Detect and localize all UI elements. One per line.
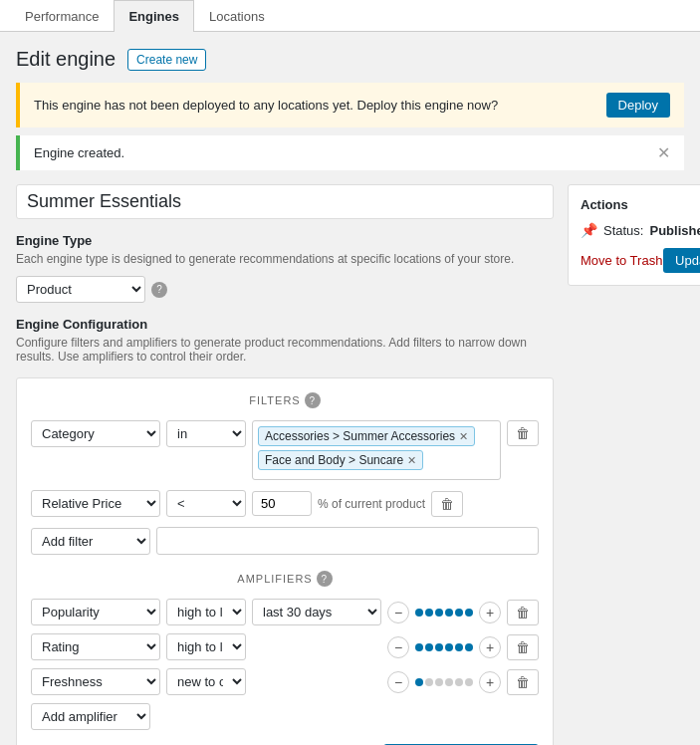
amplifier-row-1: Popularity high to low last 30 days −	[31, 599, 539, 625]
amp1-dot-3	[435, 609, 443, 617]
editor-main: Engine Type Each engine type is designed…	[16, 184, 554, 745]
filter1-field-select[interactable]: Category	[31, 420, 160, 447]
amp1-dot-2	[425, 609, 433, 617]
amp1-field-select[interactable]: Popularity	[31, 599, 160, 625]
filters-label: FILTERS	[249, 394, 300, 406]
amp1-dot-4	[445, 609, 453, 617]
engine-type-help-icon[interactable]: ?	[151, 282, 167, 298]
engine-type-select[interactable]: Product Cart Order	[16, 276, 145, 303]
amp1-period-select[interactable]: last 30 days	[252, 599, 381, 625]
move-to-trash-link[interactable]: Move to Trash	[581, 253, 662, 268]
amp3-dot-3	[435, 678, 443, 686]
amplifiers-section: AMPLIFIERS ? Popularity high to low	[31, 571, 539, 730]
amp3-delete-button[interactable]: 🗑	[507, 669, 539, 695]
notice-success: Engine created. ✕	[16, 135, 684, 170]
dismiss-icon[interactable]: ✕	[657, 143, 670, 162]
engine-config-title: Engine Configuration	[16, 317, 554, 332]
amp3-dot-2	[425, 678, 433, 686]
update-button[interactable]: Update	[663, 248, 700, 273]
amplifiers-label: AMPLIFIERS	[237, 573, 312, 585]
amp2-minus-button[interactable]: −	[387, 636, 409, 658]
engine-type-row: Product Cart Order ?	[16, 276, 554, 303]
filter1-operator-select[interactable]: in	[166, 420, 246, 447]
amp1-dots	[415, 609, 473, 617]
filters-header: FILTERS ?	[31, 392, 539, 408]
notice-warning-text: This engine has not been deployed to any…	[34, 98, 498, 113]
engine-type-desc: Each engine type is designed to generate…	[16, 252, 554, 266]
amp1-minus-button[interactable]: −	[387, 602, 409, 623]
filter1-tags-area: Accessories > Summer Accessories ✕ Face …	[252, 420, 501, 480]
filters-help-icon[interactable]: ?	[305, 392, 321, 408]
filter-row-2: Relative Price < % of current product 🗑	[31, 490, 539, 517]
tag-face-body-suncare-remove[interactable]: ✕	[407, 454, 416, 467]
amp2-dot-2	[425, 643, 433, 651]
filter-row-1: Category in Accessories > Summer Accesso…	[31, 420, 539, 480]
amp1-plus-button[interactable]: +	[479, 602, 501, 623]
amp2-dot-3	[435, 643, 443, 651]
amp2-field-select[interactable]: Rating	[31, 633, 160, 660]
engine-type-section: Engine Type Each engine type is designed…	[16, 233, 554, 303]
add-amplifier-row: Add amplifier	[31, 703, 539, 730]
amplifier-row-3: Freshness new to old −	[31, 668, 539, 695]
amp2-dot-4	[445, 643, 453, 651]
filter1-delete-button[interactable]: 🗑	[507, 420, 539, 446]
tag-summer-accessories-remove[interactable]: ✕	[459, 430, 468, 443]
filter2-value-input[interactable]	[252, 491, 312, 516]
actions-box: Actions 📌 Status: Published Edit Move to…	[568, 184, 700, 286]
engine-config-section: Engine Configuration Configure filters a…	[16, 317, 554, 745]
amp1-order-select[interactable]: high to low	[166, 599, 246, 625]
amp2-dot-1	[415, 643, 423, 651]
engine-name-input[interactable]	[16, 184, 554, 219]
amp3-field-select[interactable]: Freshness	[31, 668, 160, 695]
amp1-dot-1	[415, 609, 423, 617]
amp1-dot-5	[455, 609, 463, 617]
amplifier-row-2: Rating high to low −	[31, 633, 539, 660]
editor-layout: Engine Type Each engine type is designed…	[16, 184, 684, 745]
tab-engines[interactable]: Engines	[114, 0, 194, 32]
status-value: Published	[649, 223, 700, 238]
tab-performance[interactable]: Performance	[10, 0, 114, 32]
amp2-order-select[interactable]: high to low	[166, 633, 246, 660]
amp3-dot-5	[455, 678, 463, 686]
tag-summer-accessories: Accessories > Summer Accessories ✕	[258, 426, 475, 446]
page-header: Edit engine Create new	[16, 48, 684, 71]
add-amplifier-select[interactable]: Add amplifier	[31, 703, 150, 730]
filter2-delete-button[interactable]: 🗑	[431, 491, 463, 517]
amp3-dot-6	[465, 678, 473, 686]
filter2-field-select[interactable]: Relative Price	[31, 490, 160, 517]
amp3-minus-button[interactable]: −	[387, 671, 409, 693]
amp3-dots	[415, 678, 473, 686]
status-label: Status:	[603, 223, 643, 238]
amp2-dot-6	[465, 643, 473, 651]
create-new-button[interactable]: Create new	[127, 49, 206, 71]
tab-locations[interactable]: Locations	[194, 0, 280, 32]
top-tabs-bar: Performance Engines Locations	[0, 0, 700, 32]
add-filter-select[interactable]: Add filter	[31, 528, 150, 555]
amp1-delete-button[interactable]: 🗑	[507, 600, 539, 625]
engine-config-desc: Configure filters and amplifiers to gene…	[16, 336, 554, 364]
amplifiers-header: AMPLIFIERS ?	[31, 571, 539, 587]
amp3-plus-button[interactable]: +	[479, 671, 501, 693]
amp1-dot-6	[465, 609, 473, 617]
amp3-dot-1	[415, 678, 423, 686]
editor-sidebar: Actions 📌 Status: Published Edit Move to…	[568, 184, 700, 745]
tag-face-body-suncare: Face and Body > Suncare ✕	[258, 450, 423, 470]
status-row: 📌 Status: Published Edit	[581, 222, 700, 238]
amp2-plus-button[interactable]: +	[479, 636, 501, 658]
amp3-dot-4	[445, 678, 453, 686]
amp2-delete-button[interactable]: 🗑	[507, 634, 539, 660]
amp3-order-select[interactable]: new to old	[166, 668, 246, 695]
amp2-dot-5	[455, 643, 463, 651]
filter2-percent-label: % of current product	[318, 497, 425, 511]
amp2-dots	[415, 643, 473, 651]
pin-icon: 📌	[581, 222, 597, 238]
sidebar-actions-row: Move to Trash Update	[581, 248, 700, 273]
notice-success-text: Engine created.	[34, 145, 124, 160]
filter2-operator-select[interactable]: <	[166, 490, 246, 517]
config-box: FILTERS ? Category in Accessor	[16, 377, 554, 745]
amplifiers-help-icon[interactable]: ?	[317, 571, 333, 587]
deploy-button[interactable]: Deploy	[606, 93, 670, 118]
actions-title: Actions	[581, 197, 700, 212]
engine-type-title: Engine Type	[16, 233, 554, 248]
add-filter-row: Add filter	[31, 527, 539, 555]
